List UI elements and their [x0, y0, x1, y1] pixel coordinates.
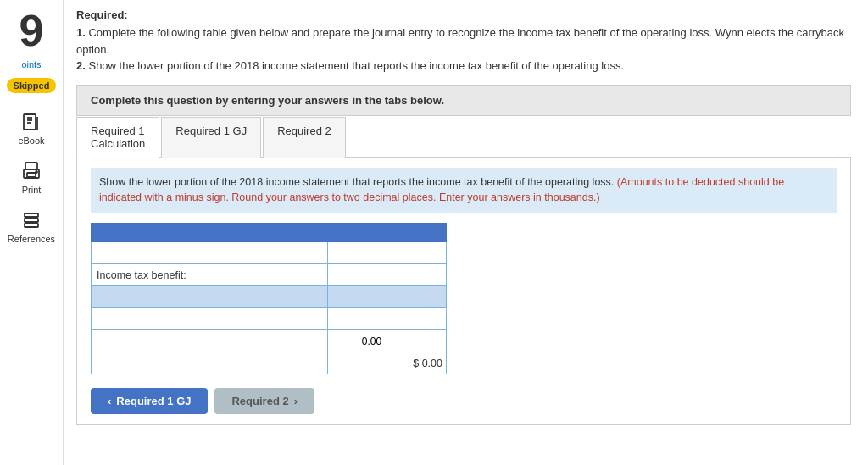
svg-point-8 — [36, 171, 37, 173]
forward-button-label: Required 2 — [231, 395, 288, 407]
book-icon — [19, 110, 43, 134]
header-label-cell — [92, 224, 328, 242]
points-label: oints — [21, 59, 41, 69]
income-tax-label: Income tax benefit: — [92, 264, 328, 286]
main-content: Required: 1. Complete the following tabl… — [64, 0, 868, 465]
svg-rect-5 — [25, 163, 37, 169]
instructions: 1. Complete the following table given be… — [76, 25, 851, 75]
income-statement-table: Income tax benefit: — [91, 223, 447, 374]
table-row-blue — [92, 286, 447, 308]
header-value-cell — [328, 224, 387, 242]
instruction-2-text: Show the lower portion of the 2018 incom… — [86, 59, 624, 72]
tab-req1gj[interactable]: Required 1 GJ — [161, 117, 261, 158]
blue-row-label — [92, 286, 328, 308]
row1-label — [92, 242, 328, 264]
svg-rect-9 — [25, 213, 38, 217]
row5-dollar[interactable] — [387, 330, 447, 352]
row4-label — [92, 308, 328, 330]
chevron-left-icon: ‹ — [108, 395, 111, 407]
table-row-income-tax: Income tax benefit: — [92, 264, 447, 286]
svg-rect-10 — [25, 219, 38, 222]
required-label: Required: — [76, 8, 851, 21]
question-number: 9 — [19, 8, 44, 53]
row6-label — [92, 352, 328, 374]
header-dollar-cell — [387, 224, 447, 242]
skipped-badge: Skipped — [7, 78, 57, 93]
row6-dollar: $ 0.00 — [387, 352, 447, 374]
row5-value[interactable] — [328, 330, 387, 352]
svg-rect-11 — [25, 224, 38, 227]
instruction-1-num: 1. — [76, 26, 86, 39]
table-row-header — [92, 224, 447, 242]
forward-button[interactable]: Required 2 › — [214, 388, 314, 414]
info-bar: Complete this question by entering your … — [76, 85, 851, 116]
chevron-right-icon: › — [294, 395, 298, 407]
table-row-6: $ 0.00 — [92, 352, 447, 374]
instruction-2-num: 2. — [76, 59, 86, 72]
blue-row-dollar[interactable] — [387, 286, 447, 308]
ebook-label: eBook — [18, 136, 44, 146]
table-row-5 — [92, 330, 447, 352]
sidebar-item-references[interactable]: References — [8, 208, 55, 244]
row1-dollar[interactable] — [387, 242, 447, 264]
references-label: References — [8, 234, 55, 244]
tab-req1calc[interactable]: Required 1Calculation — [76, 117, 159, 158]
print-icon — [19, 159, 43, 183]
content-area: Show the lower portion of the 2018 incom… — [76, 158, 851, 426]
content-instruction: Show the lower portion of the 2018 incom… — [91, 168, 837, 213]
table-row — [92, 242, 447, 264]
svg-rect-7 — [27, 173, 36, 177]
print-label: Print — [22, 185, 42, 195]
sidebar: 9 oints Skipped eBook Print — [0, 0, 64, 465]
references-icon — [19, 208, 43, 232]
instruction-main: Show the lower portion of the 2018 incom… — [99, 176, 614, 188]
back-button-label: Required 1 GJ — [116, 395, 191, 407]
back-button[interactable]: ‹ Required 1 GJ — [91, 388, 208, 414]
tabs-container: Required 1Calculation Required 1 GJ Requ… — [76, 116, 851, 158]
info-bar-text: Complete this question by entering your … — [91, 94, 444, 107]
sidebar-item-ebook[interactable]: eBook — [18, 110, 44, 146]
row5-label — [92, 330, 328, 352]
tab-req2[interactable]: Required 2 — [263, 117, 346, 158]
nav-buttons: ‹ Required 1 GJ Required 2 › — [91, 388, 837, 414]
income-tax-value[interactable] — [328, 264, 387, 286]
table-row-4 — [92, 308, 447, 330]
blue-row-value[interactable] — [328, 286, 387, 308]
row6-value[interactable] — [328, 352, 387, 374]
row4-dollar[interactable] — [387, 308, 447, 330]
sidebar-item-print[interactable]: Print — [19, 159, 43, 195]
svg-rect-0 — [24, 114, 36, 130]
row1-value[interactable] — [328, 242, 387, 264]
instruction-1-text: Complete the following table given below… — [76, 26, 844, 56]
row4-value[interactable] — [328, 308, 387, 330]
income-tax-dollar[interactable] — [387, 264, 447, 286]
